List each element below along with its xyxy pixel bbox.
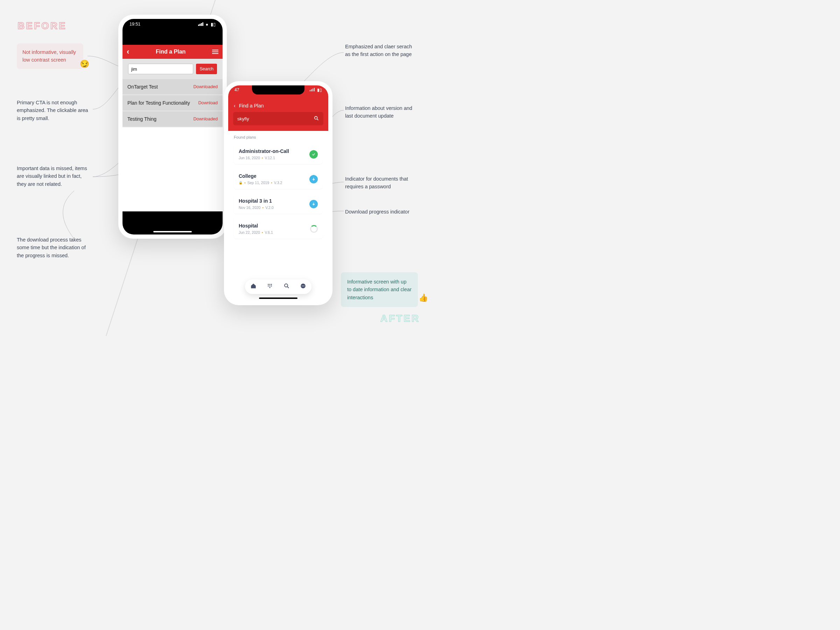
status-icons: ● ▮▯ [198,22,216,45]
phone-after: 47 ▮▯ ‹ Find a Plan Found plans Administ… [224,81,333,305]
svg-point-15 [303,286,303,286]
back-button[interactable]: ‹ [127,47,129,56]
plan-card[interactable]: Administrator-on-Call Jun 16, 2020•V.12.… [234,144,323,164]
plan-status[interactable]: Downloaded [194,84,218,89]
check-icon [309,150,318,159]
nav-bar: ‹ Find a Plan [123,45,223,59]
plan-meta: Nov 16, 2020•V.2.0 [239,205,274,210]
download-icon[interactable] [309,200,318,208]
svg-point-6 [271,284,272,285]
annotation-data-missed: Important data is missed, items are visu… [17,164,90,188]
plan-status[interactable]: Downloaded [194,117,218,122]
svg-point-11 [284,284,288,287]
svg-point-7 [268,286,269,287]
status-time: 19:51 [129,22,141,45]
svg-point-9 [271,286,272,287]
notch [252,85,305,95]
annotation-progress-missed: The download process takes some time but… [17,236,90,259]
search-bar: Search [123,59,223,79]
annotation-search: Emphasized and claer serach as the first… [345,43,418,58]
plan-name: Hospital 3 in 1 [239,198,274,204]
annotation-version: Information about version and last docum… [345,104,418,120]
lock-icon: 🔒 [239,181,243,185]
annotation-progress: Download progress indicator [345,208,409,216]
plan-status[interactable]: Download [198,101,218,105]
svg-point-8 [270,286,270,287]
search-input[interactable] [237,116,314,122]
plan-name: Testing Thing [127,116,156,122]
search-icon[interactable] [284,283,290,291]
home-indicator [153,231,192,232]
svg-point-10 [270,287,270,288]
annotation-low-contrast: Not informative, visually low contrast s… [17,43,83,69]
list-row[interactable]: OnTarget Test Downloaded [123,79,223,95]
menu-button[interactable] [212,49,218,55]
nav-bar: ‹ Find a Plan [228,101,328,109]
plan-card[interactable]: Hospital Jun 22, 2020•V.6.1 [234,218,323,239]
list-row[interactable]: Plan for Testing Functionality Download [123,95,223,111]
home-icon[interactable] [250,283,257,291]
plan-name: OnTarget Test [127,84,158,90]
svg-line-1 [317,119,318,120]
annotation-informative: Informative screen with up to date infor… [341,272,418,307]
more-icon[interactable] [300,283,306,291]
bottom-bar [123,212,223,235]
svg-point-5 [270,284,270,285]
plan-name: Administrator-on-Call [239,148,289,154]
dialpad-icon[interactable] [267,283,273,291]
spinner-icon [310,225,318,233]
home-indicator [259,297,297,299]
smirk-emoji-icon: 😏 [80,60,89,69]
section-heading: Found plans [234,135,323,139]
cellular-icon [310,88,315,92]
annotation-password: Indicator for documents that requires a … [345,175,418,191]
plan-name: Hospital [239,223,273,229]
thumbs-up-emoji-icon: 👍 [418,293,428,302]
cellular-icon [198,22,203,26]
nav-title: Find a Plan [239,103,264,109]
list-row[interactable]: Testing Thing Downloaded [123,111,223,127]
bottom-nav [245,279,311,294]
svg-point-16 [304,286,305,286]
plan-meta: 🔒 •Sep 11, 2019•V.3.2 [239,181,282,185]
battery-icon: ▮▯ [211,22,216,27]
battery-icon: ▮▯ [317,87,322,92]
search-field[interactable] [233,112,324,125]
back-button[interactable]: ‹ [234,103,235,109]
svg-point-14 [302,286,302,286]
phone-before: 19:51 ● ▮▯ ‹ Find a Plan Search OnTarget… [118,15,227,239]
plan-name: College [239,173,282,179]
status-icons: ▮▯ [310,87,322,101]
nav-title: Find a Plan [156,49,185,55]
search-icon[interactable] [314,115,319,122]
notch [146,19,199,28]
search-input[interactable] [128,64,193,74]
search-button[interactable]: Search [196,64,217,74]
before-label: BEFORE [17,20,67,32]
plan-meta: Jun 16, 2020•V.12.1 [239,156,289,160]
plan-name: Plan for Testing Functionality [127,100,190,106]
svg-line-12 [287,287,289,288]
after-label: AFTER [381,313,420,324]
plan-card[interactable]: Hospital 3 in 1 Nov 16, 2020•V.2.0 [234,193,323,214]
status-time: 47 [235,87,239,101]
annotation-cta: Primary CTA is not enough emphasized. Th… [17,99,90,122]
svg-point-0 [315,116,317,119]
download-icon[interactable] [309,175,318,183]
plan-meta: Jun 22, 2020•V.6.1 [239,230,273,235]
plan-card[interactable]: College 🔒 •Sep 11, 2019•V.3.2 [234,168,323,189]
svg-point-4 [268,284,269,285]
